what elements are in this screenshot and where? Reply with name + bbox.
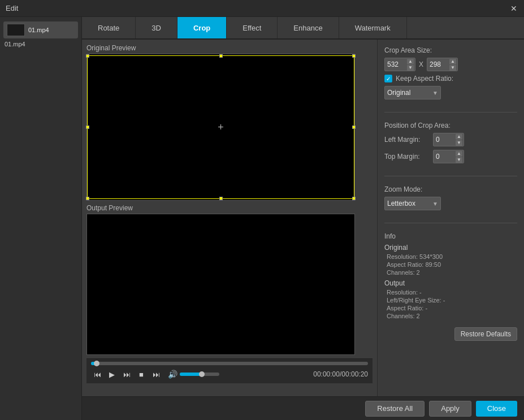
tab-enhance[interactable]: Enhance xyxy=(278,17,339,38)
keep-aspect-ratio-checkbox[interactable]: ✓ xyxy=(384,75,392,83)
crop-handle-br[interactable] xyxy=(352,197,356,200)
crop-handle-tr[interactable] xyxy=(352,54,356,58)
position-group: Position of Crop Area: Left Margin: ▲ ▼ xyxy=(384,122,517,167)
crop-handle-tm[interactable] xyxy=(219,54,223,58)
sidebar-filename: 01.mp4 xyxy=(28,27,49,33)
width-spinbox[interactable]: ▲ ▼ xyxy=(384,58,415,71)
width-arrows: ▲ ▼ xyxy=(407,59,414,71)
aspect-ratio-output: Aspect Ratio: - xyxy=(384,305,517,311)
window-title: Edit xyxy=(6,4,18,12)
top-margin-label: Top Margin: xyxy=(384,153,430,161)
crop-area-size-title: Crop Area Size: xyxy=(384,46,517,54)
sidebar-label[interactable]: 01.mp4 xyxy=(3,38,78,50)
tab-crop[interactable]: Crop xyxy=(177,17,227,38)
top-margin-spinbox[interactable]: ▲ ▼ xyxy=(433,150,464,163)
stop-button[interactable]: ■ xyxy=(135,368,148,380)
crop-handle-tl[interactable] xyxy=(86,54,89,58)
height-up-arrow[interactable]: ▲ xyxy=(449,59,456,64)
top-margin-input[interactable] xyxy=(436,153,456,161)
left-margin-row: Left Margin: ▲ ▼ xyxy=(384,133,517,146)
output-subtitle: Output xyxy=(384,279,517,287)
zoom-mode-row: Letterbox ▼ xyxy=(384,197,517,210)
keep-aspect-ratio-label: Keep Aspect Ratio: xyxy=(396,75,453,83)
top-margin-down-arrow[interactable]: ▼ xyxy=(456,157,462,163)
left-margin-up-arrow[interactable]: ▲ xyxy=(456,134,462,140)
main-layout: 01.mp4 01.mp4 Rotate 3D Crop Effect Enha… xyxy=(0,17,524,420)
preview-panel: Original Preview + xyxy=(82,40,377,396)
bottom-bar: Restore All Apply Close xyxy=(82,396,524,420)
playback-bar: ⏮ ▶ ⏭ ■ ⏭ 🔊 00:00:00/00:00:20 xyxy=(86,358,373,383)
output-preview-container xyxy=(86,214,355,355)
play-button[interactable]: ▶ xyxy=(106,368,118,380)
crop-handle-ml[interactable] xyxy=(86,125,89,129)
volume-thumb[interactable] xyxy=(199,371,205,377)
keep-aspect-ratio-row: ✓ Keep Aspect Ratio: xyxy=(384,75,517,83)
eye-size-output: Left/Right Eye Size: - xyxy=(384,297,517,304)
tab-3d[interactable]: 3D xyxy=(136,17,177,38)
original-preview-section: Original Preview + xyxy=(86,44,373,201)
height-spinbox[interactable]: ▲ ▼ xyxy=(427,58,458,71)
tab-watermark[interactable]: Watermark xyxy=(339,17,407,38)
left-margin-input[interactable] xyxy=(436,136,456,144)
sidebar: 01.mp4 01.mp4 xyxy=(0,17,82,420)
restore-all-button[interactable]: Restore All xyxy=(365,401,425,417)
divider-3 xyxy=(384,223,517,223)
sidebar-file-item[interactable]: 01.mp4 xyxy=(3,21,78,38)
width-input[interactable] xyxy=(387,60,407,68)
window-close-button[interactable]: ✕ xyxy=(509,4,518,13)
height-down-arrow[interactable]: ▼ xyxy=(449,65,456,71)
width-down-arrow[interactable]: ▼ xyxy=(407,65,414,71)
output-preview-label: Output Preview xyxy=(86,204,373,212)
content-area: Rotate 3D Crop Effect Enhance Watermark … xyxy=(82,17,524,420)
crop-handle-mr[interactable] xyxy=(352,125,356,129)
volume-icon[interactable]: 🔊 xyxy=(168,370,177,379)
zoom-mode-title: Zoom Mode: xyxy=(384,185,517,193)
width-up-arrow[interactable]: ▲ xyxy=(407,59,414,64)
left-margin-label: Left Margin: xyxy=(384,136,430,144)
zoom-mode-arrow: ▼ xyxy=(432,201,438,207)
playback-controls: ⏮ ▶ ⏭ ■ ⏭ 🔊 00:00:00/00:00:20 xyxy=(91,368,368,380)
channels-original: Channels: 2 xyxy=(384,269,517,276)
zoom-mode-dropdown[interactable]: Letterbox ▼ xyxy=(384,197,441,210)
inner-layout: Original Preview + xyxy=(82,40,524,396)
info-section: Info Original Resolution: 534*300 Aspect… xyxy=(384,232,517,321)
restore-defaults-button[interactable]: Restore Defaults xyxy=(454,327,517,341)
original-preview-container[interactable]: + xyxy=(86,54,355,201)
aspect-ratio-arrow: ▼ xyxy=(432,90,438,96)
skip-forward-button[interactable]: ⏭ xyxy=(120,368,133,380)
crosshair-icon: + xyxy=(218,122,224,133)
crop-box[interactable]: + xyxy=(87,55,354,199)
output-preview-section: Output Preview xyxy=(86,204,373,355)
close-button[interactable]: Close xyxy=(476,401,517,417)
volume-slider[interactable] xyxy=(180,373,219,376)
left-margin-arrows: ▲ ▼ xyxy=(456,134,462,146)
height-input[interactable] xyxy=(430,60,449,68)
divider-2 xyxy=(384,176,517,176)
left-margin-down-arrow[interactable]: ▼ xyxy=(456,140,462,146)
crop-handle-bm[interactable] xyxy=(219,197,223,200)
tabs: Rotate 3D Crop Effect Enhance Watermark xyxy=(82,17,524,40)
tab-rotate[interactable]: Rotate xyxy=(82,17,136,38)
skip-to-start-button[interactable]: ⏮ xyxy=(91,368,103,380)
skip-to-end-button[interactable]: ⏭ xyxy=(150,368,162,380)
apply-button[interactable]: Apply xyxy=(429,401,471,417)
tab-effect[interactable]: Effect xyxy=(227,17,278,38)
channels-output: Channels: 2 xyxy=(384,313,517,319)
aspect-ratio-dropdown[interactable]: Original ▼ xyxy=(384,86,441,99)
crop-handle-bl[interactable] xyxy=(86,197,89,200)
top-margin-arrows: ▲ ▼ xyxy=(456,151,462,163)
seek-bar[interactable] xyxy=(91,362,368,365)
top-margin-up-arrow[interactable]: ▲ xyxy=(456,151,462,157)
original-preview-label: Original Preview xyxy=(86,44,373,52)
aspect-ratio-row: Original ▼ xyxy=(384,86,517,99)
x-separator: X xyxy=(419,60,423,68)
crop-area-size-group: Crop Area Size: ▲ ▼ X xyxy=(384,46,517,103)
zoom-mode-group: Zoom Mode: Letterbox ▼ xyxy=(384,185,517,214)
sidebar-thumbnail xyxy=(7,24,25,36)
aspect-ratio-value: Original xyxy=(387,89,410,97)
seek-thumb[interactable] xyxy=(94,361,99,366)
info-title: Info xyxy=(384,232,517,240)
seek-bar-container[interactable] xyxy=(91,362,368,365)
position-title: Position of Crop Area: xyxy=(384,122,517,129)
left-margin-spinbox[interactable]: ▲ ▼ xyxy=(433,133,464,146)
